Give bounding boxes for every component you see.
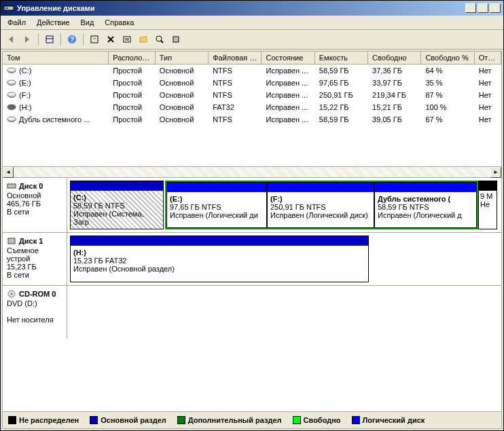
col-free[interactable]: Свободно [368,52,421,64]
removable-icon [7,237,16,246]
legend: Не распределен Основной раздел Дополните… [3,411,501,428]
partition-e[interactable]: (E:)97,65 ГБ NTFSИсправен (Логический ди [166,182,267,228]
disk-size: 465,76 ГБ [7,200,41,208]
volume-icon [7,67,16,75]
disk-type: Съемное устрой [7,246,39,263]
menu-action[interactable]: Действие [33,17,73,28]
app-icon [3,3,14,14]
minimize-button[interactable]: _ [465,3,476,13]
menu-help[interactable]: Справка [101,17,138,28]
svg-point-22 [7,117,16,121]
disk-icon [7,182,16,191]
partition-h[interactable]: (H:)15,23 ГБ FAT32Исправен (Основной раз… [70,236,369,282]
toolbar: ? [1,30,503,50]
col-volume[interactable]: Том [3,52,109,64]
legend-free-label: Свободно [304,416,341,424]
volume-row[interactable]: (C:)ПростойОсновнойNTFSИсправен ...58,59… [3,64,501,77]
legend-extended-icon [177,416,185,424]
svg-point-10 [156,36,162,41]
graphical-view: Диск 0 Основной 465,76 ГБ В сети (C:)58,… [3,178,501,411]
legend-free-icon [293,416,301,424]
volume-row[interactable]: (H:)ПростойОсновнойFAT32Исправен ...15,2… [3,101,501,113]
disk-label-1: Диск 1 Съемное устрой 15,23 ГБ В сети [3,233,67,285]
menu-file[interactable]: Файл [3,17,30,28]
menu-view[interactable]: Вид [76,17,98,28]
svg-rect-7 [124,37,130,42]
disk-type: Основной [7,191,41,200]
disk-label-0: Диск 0 Основной 465,76 ГБ В сети [3,178,67,232]
disk-row-1[interactable]: Диск 1 Съемное устрой 15,23 ГБ В сети (H… [3,233,501,286]
back-button[interactable] [3,32,18,47]
svg-point-14 [7,68,16,72]
scroll-left-button[interactable]: ◄ [3,167,14,178]
svg-point-20 [7,105,16,109]
col-fs[interactable]: Файловая с... [209,52,262,64]
svg-rect-6 [91,36,98,43]
legend-unallocated-label: Не распределен [19,416,79,424]
volume-icon [7,91,16,99]
svg-rect-23 [7,184,16,188]
legend-primary-icon [90,416,98,424]
disk-row-cdrom[interactable]: CD-ROM 0 DVD (D:) Нет носителя [3,286,501,339]
disk-row-0[interactable]: Диск 0 Основной 465,76 ГБ В сети (C:)58,… [3,178,501,233]
col-type[interactable]: Тип [156,52,209,64]
partition-unallocated[interactable]: 9 МНе [478,181,497,229]
partition-f[interactable]: (F:)250,91 ГБ NTFSИсправен (Логический д… [267,182,374,228]
window-title: Управление дисками [17,4,465,12]
legend-logical-label: Логический диск [363,416,425,424]
svg-line-11 [161,41,163,43]
col-status[interactable]: Состояние [262,52,314,64]
volume-header: Том Располож... Тип Файловая с... Состоя… [3,52,501,64]
partition-c[interactable]: (C:)58,59 ГБ NTFSИсправен (Система, Загр [70,181,164,229]
svg-point-18 [7,92,16,96]
svg-point-16 [7,80,16,84]
volume-row[interactable]: Дубль системного ...ПростойОсновнойNTFSИ… [3,113,501,126]
svg-rect-12 [173,37,179,42]
volume-icon [7,115,16,124]
settings-button[interactable] [168,32,183,47]
partition-dup[interactable]: Дубль системного (58,59 ГБ NTFSИсправен … [374,182,477,228]
volume-icon [7,103,16,111]
cdrom-icon [7,290,16,299]
forward-button[interactable] [20,32,35,47]
disk-status: В сети [7,208,29,216]
disk-status: В сети [7,271,29,279]
disk-type: DVD (D:) [7,299,37,307]
svg-text:?: ? [70,35,75,43]
svg-rect-24 [8,238,15,244]
legend-unallocated-icon [8,416,16,424]
scrollbar-h[interactable]: ◄ ► [3,166,501,177]
col-fail[interactable]: Отказо [475,52,501,64]
volume-row[interactable]: (E:)ПростойОсновнойNTFSИсправен ...97,65… [3,77,501,89]
find-button[interactable] [152,32,167,47]
col-pfree[interactable]: Свободно % [421,52,474,64]
disk-status: Нет носителя [7,316,54,324]
folder-button[interactable] [136,32,151,47]
svg-rect-2 [46,36,53,43]
legend-primary-label: Основной раздел [101,416,166,424]
col-layout[interactable]: Располож... [109,52,156,64]
volume-list: Том Располож... Тип Файловая с... Состоя… [3,52,501,178]
delete-button[interactable] [103,32,118,47]
legend-logical-icon [352,416,360,424]
refresh-button[interactable] [87,32,102,47]
titlebar: Управление дисками _ □ × [1,1,503,16]
col-capacity[interactable]: Емкость [315,52,368,64]
svg-point-26 [11,293,13,295]
svg-rect-1 [5,7,8,9]
maximize-button[interactable]: □ [478,3,488,13]
volume-icon [7,79,16,87]
menubar: Файл Действие Вид Справка [1,16,503,30]
close-button[interactable]: × [490,3,501,13]
disk-label-cdrom: CD-ROM 0 DVD (D:) Нет носителя [3,286,67,339]
disk-size: 15,23 ГБ [7,263,37,271]
legend-extended-label: Дополнительный раздел [188,416,282,424]
properties-button[interactable] [120,32,134,47]
volume-row[interactable]: (F:)ПростойОсновнойNTFSИсправен ...250,9… [3,89,501,101]
help-button[interactable]: ? [65,32,79,47]
scroll-right-button[interactable]: ► [490,167,501,178]
view-list-button[interactable] [42,32,57,47]
